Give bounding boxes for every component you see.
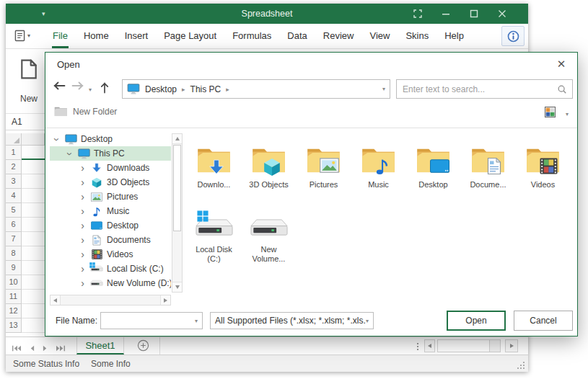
scroll-left-button[interactable] [424, 339, 435, 352]
chevron-right-icon[interactable] [79, 251, 87, 259]
row-header[interactable]: 3 [6, 174, 22, 189]
dialog-close-icon[interactable] [554, 57, 569, 71]
next-sheet-icon[interactable] [43, 342, 48, 355]
row-header[interactable]: 9 [6, 261, 22, 275]
row-header[interactable]: 13 [6, 318, 22, 333]
tab-help[interactable]: Help [436, 24, 472, 48]
tab-formulas[interactable]: Formulas [224, 24, 279, 48]
minimize-icon[interactable] [442, 9, 450, 18]
close-icon[interactable] [498, 9, 506, 18]
file-item-local-disk-c[interactable]: Local Disk (C:) [188, 198, 240, 264]
grid-cell[interactable] [22, 318, 45, 333]
new-document-button[interactable]: New [12, 56, 46, 108]
scroll-right-button[interactable] [160, 295, 170, 305]
cancel-button[interactable]: Cancel [514, 311, 573, 331]
file-item-documents[interactable]: Docume... [462, 133, 514, 190]
chevron-down-icon[interactable] [66, 150, 74, 158]
view-dropdown-caret-icon[interactable] [566, 111, 569, 117]
row-header[interactable]: 2 [6, 160, 22, 174]
tree-item-documents[interactable]: Documents [50, 233, 171, 247]
grid-cell[interactable] [22, 275, 45, 290]
chevron-right-icon[interactable] [79, 222, 87, 230]
row-header[interactable]: 4 [6, 189, 22, 203]
row-header[interactable]: 5 [6, 203, 22, 218]
tree-item-this-pc[interactable]: This PC [50, 146, 171, 161]
tab-view[interactable]: View [361, 24, 398, 48]
new-folder-button[interactable]: New Folder [54, 106, 117, 117]
file-name-input[interactable] [101, 316, 195, 326]
column-header[interactable] [22, 133, 45, 146]
history-caret-icon[interactable]: ▾ [89, 86, 92, 93]
tree-item-new-volume-d[interactable]: New Volume (D:) [50, 276, 171, 290]
file-item-3d-objects[interactable]: 3D Objects [243, 133, 294, 190]
maximize-icon[interactable] [470, 9, 478, 18]
chevron-right-icon[interactable] [79, 164, 87, 172]
grid-cell[interactable] [22, 189, 45, 203]
scroll-down-button[interactable] [172, 282, 182, 292]
grid-cell[interactable] [22, 146, 45, 160]
scroll-up-button[interactable] [172, 134, 182, 144]
tree-item-music[interactable]: Music [50, 204, 171, 218]
row-header[interactable]: 8 [6, 246, 22, 261]
splitter-handle[interactable] [417, 343, 418, 344]
row-header[interactable]: 6 [6, 218, 22, 232]
file-item-downloads[interactable]: Downlo... [188, 133, 240, 190]
tree-item-downloads[interactable]: Downloads [50, 161, 171, 175]
tab-page-layout[interactable]: Page Layout [156, 24, 224, 48]
select-all-corner[interactable] [6, 133, 22, 146]
tab-review[interactable]: Review [315, 24, 362, 48]
up-arrow-icon[interactable] [100, 81, 109, 94]
view-grid-icon[interactable] [545, 107, 556, 120]
grid-cell[interactable] [22, 160, 45, 174]
search-icon[interactable] [557, 84, 567, 94]
grid-cell[interactable] [22, 304, 45, 318]
grid-cell[interactable] [22, 203, 45, 218]
breadcrumb[interactable]: Desktop This PC [122, 79, 390, 99]
tree-vertical-scrollbar[interactable] [172, 133, 183, 293]
cell-name-box[interactable]: A1 [6, 113, 49, 130]
row-header[interactable]: 12 [6, 304, 22, 318]
horizontal-scrollbar[interactable] [437, 339, 501, 352]
row-header[interactable]: 1 [6, 146, 22, 160]
scroll-left-button[interactable] [51, 295, 61, 305]
last-sheet-icon[interactable] [56, 342, 66, 355]
tab-insert[interactable]: Insert [117, 24, 157, 48]
back-arrow-icon[interactable] [53, 81, 66, 90]
tree-item-pictures[interactable]: Pictures [50, 190, 171, 204]
tree-horizontal-scrollbar[interactable] [50, 295, 171, 306]
file-item-pictures[interactable]: Pictures [298, 133, 349, 190]
info-button[interactable] [501, 26, 525, 46]
row-header[interactable]: 11 [6, 290, 22, 304]
forward-arrow-icon[interactable] [71, 81, 84, 90]
chevron-right-icon[interactable] [79, 193, 87, 201]
grid-cell[interactable] [22, 174, 45, 189]
file-item-videos[interactable]: Videos [517, 133, 569, 190]
breadcrumb-dropdown-caret-icon[interactable] [382, 86, 385, 92]
tab-data[interactable]: Data [279, 24, 315, 48]
file-item-new-volume[interactable]: New Volume... [243, 198, 294, 264]
tab-skins[interactable]: Skins [398, 24, 436, 48]
file-item-desktop[interactable]: Desktop [408, 133, 459, 190]
fullscreen-icon[interactable] [413, 9, 422, 18]
chevron-right-icon[interactable] [79, 265, 87, 273]
chevron-right-icon[interactable] [79, 236, 87, 244]
chevron-right-icon[interactable] [79, 179, 87, 187]
search-input[interactable] [397, 84, 557, 94]
tree-item-desktop[interactable]: Desktop [50, 132, 171, 146]
grid-cell[interactable] [22, 261, 45, 275]
breadcrumb-item-desktop[interactable]: Desktop [145, 84, 177, 94]
file-item-music[interactable]: Music [353, 133, 404, 190]
grid-cell[interactable] [22, 232, 45, 246]
app-menu-icon[interactable]: ▾ [14, 30, 30, 42]
sheet-tab[interactable]: Sheet1 [76, 337, 124, 355]
resize-grip[interactable] [517, 362, 525, 369]
tab-file[interactable]: File [45, 24, 76, 48]
grid-cell[interactable] [22, 290, 45, 304]
tree-item-videos[interactable]: Videos [50, 247, 171, 262]
tab-home[interactable]: Home [76, 24, 117, 48]
scrollbar-thumb[interactable] [438, 340, 490, 352]
breadcrumb-item-this-pc[interactable]: This PC [190, 84, 221, 94]
dropdown-caret-icon[interactable] [366, 318, 369, 324]
tree-item-3d-objects[interactable]: 3D Objects [50, 175, 171, 190]
row-header[interactable]: 7 [6, 232, 22, 246]
